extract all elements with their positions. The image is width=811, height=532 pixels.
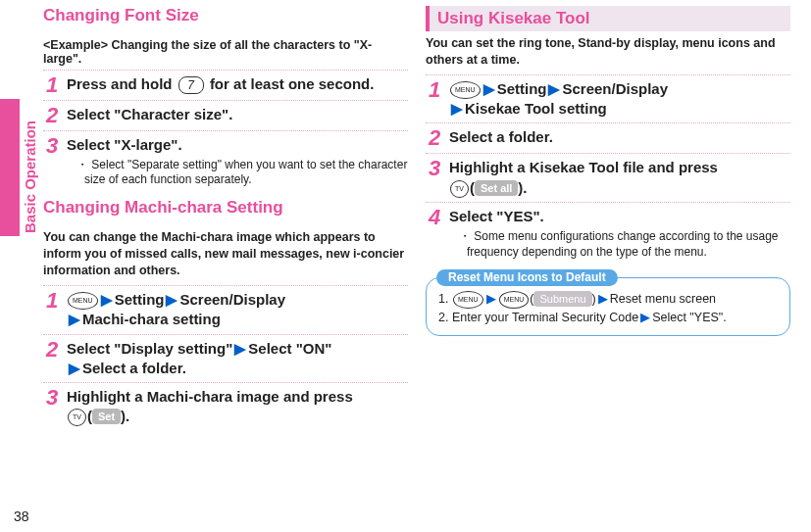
step-number: 3: [43, 135, 61, 188]
step-number: 2: [43, 339, 61, 379]
arrow-icon: ▶: [640, 309, 650, 327]
step-text: Select "Character size".: [67, 105, 408, 126]
step-text: Highlight a Kisekae Tool file and press: [449, 159, 718, 175]
step-2: 2 Select "Display setting"▶Select "ON" ▶…: [43, 339, 408, 379]
section-intro: You can set the ring tone, Stand-by disp…: [426, 35, 790, 69]
callout-title: Reset Menu Icons to Default: [436, 269, 618, 286]
menu-key-icon: MENU: [450, 81, 481, 99]
callout-text: Reset menu screen: [610, 292, 716, 306]
text-a: Select "Display setting": [67, 340, 232, 357]
softkey-pill: Set all: [475, 180, 518, 196]
arrow-icon: ▶: [166, 290, 177, 310]
step-2: 2 Select a folder.: [426, 127, 790, 149]
menu-key-icon: MENU: [499, 291, 530, 309]
step-number: 1: [426, 79, 443, 120]
menu-key-icon: MENU: [453, 291, 483, 309]
arrow-icon: ▶: [548, 79, 560, 99]
step-1: 1 MENU▶Setting▶Screen/Display ▶Machi-cha…: [43, 290, 408, 330]
dotted-separator: [426, 74, 790, 75]
step-text: Select a folder.: [449, 127, 790, 149]
arrow-icon: ▶: [101, 290, 113, 310]
dotted-separator: [426, 122, 790, 123]
step-text: Highlight a Machi-chara image and press: [67, 388, 353, 405]
left-column: Changing Font Size <Example> Changing th…: [43, 6, 408, 429]
step-text: for at least one second.: [210, 75, 375, 92]
nav-screen: Screen/Display: [179, 291, 285, 308]
step-4: 4 Select "YES". ・ Some menu configuratio…: [426, 207, 790, 260]
step-note: ・ Select "Separate setting" when you wan…: [76, 158, 408, 188]
dotted-separator: [43, 70, 408, 71]
callout-text: Select "YES".: [652, 311, 727, 324]
step-text: Press and hold: [67, 75, 177, 92]
callout-line-2: Enter your Terminal Security Code▶Select…: [452, 309, 778, 327]
step-number: 1: [43, 290, 61, 330]
step-number: 2: [43, 105, 61, 126]
step-3: 3 Select "X-large". ・ Select "Separate s…: [43, 135, 408, 188]
arrow-icon: ▶: [598, 290, 608, 309]
step-number: 2: [426, 127, 443, 149]
dotted-separator: [43, 334, 408, 335]
arrow-icon: ▶: [486, 290, 496, 309]
step-note: ・ Some menu configurations change accord…: [459, 229, 790, 260]
section-title: Changing Machi-chara Setting: [43, 198, 408, 218]
arrow-icon: ▶: [234, 339, 246, 359]
callout-text: Enter your Terminal Security Code: [452, 311, 638, 324]
dotted-separator: [43, 285, 408, 286]
arrow-icon: ▶: [451, 99, 463, 119]
text-c: Select a folder.: [82, 360, 186, 376]
text-b: Select "ON": [248, 340, 331, 357]
section-title: Changing Font Size: [43, 6, 408, 25]
sidebar: Basic Operation: [0, 6, 43, 429]
section-title: Using Kisekae Tool: [426, 6, 790, 31]
step-text: Select "YES".: [449, 208, 544, 224]
step-number: 4: [426, 207, 443, 260]
dotted-separator: [43, 382, 408, 383]
nav-screen: Screen/Display: [562, 80, 668, 97]
right-column: Using Kisekae Tool You can set the ring …: [426, 6, 790, 429]
page-number: 38: [14, 508, 29, 524]
softkey-pill: Submenu: [533, 291, 591, 307]
example-line: <Example> Changing the size of all the c…: [43, 38, 408, 66]
paren-close: ): [592, 292, 596, 306]
key-7: 7: [178, 76, 204, 94]
arrow-icon: ▶: [69, 310, 80, 329]
step-text: Select "X-large".: [67, 136, 182, 153]
dotted-separator: [43, 100, 408, 101]
chapter-tab: [0, 99, 20, 236]
step-3: 3 Highlight a Kisekae Tool file and pres…: [426, 158, 790, 198]
dotted-separator: [43, 130, 408, 131]
step-3: 3 Highlight a Machi-chara image and pres…: [43, 387, 408, 427]
paren-close: ).: [121, 408, 129, 424]
nav-setting: Setting: [115, 291, 165, 308]
menu-key-icon: MENU: [68, 292, 98, 310]
arrow-icon: ▶: [69, 359, 80, 378]
section-intro: You can change the Machi-chara image whi…: [43, 229, 408, 279]
dotted-separator: [426, 202, 790, 203]
camera-key-icon: TV: [450, 180, 469, 198]
step-number: 3: [43, 387, 61, 427]
camera-key-icon: TV: [68, 409, 86, 426]
step-number: 1: [43, 74, 61, 96]
softkey-pill: Set: [92, 409, 121, 424]
step-1: 1 MENU▶Setting▶Screen/Display ▶Kisekae T…: [426, 79, 790, 120]
paren-close: ).: [518, 179, 527, 196]
callout-line-1: MENU▶MENU(Submenu)▶Reset menu screen: [452, 290, 778, 309]
nav-setting: Setting: [497, 80, 547, 97]
step-number: 3: [426, 158, 443, 198]
chapter-label: Basic Operation: [22, 121, 38, 233]
step-2: 2 Select "Character size".: [43, 105, 408, 126]
nav-machichara: Machi-chara setting: [82, 311, 221, 327]
dotted-separator: [426, 153, 790, 154]
nav-kisekae: Kisekae Tool setting: [465, 100, 607, 117]
callout-box: Reset Menu Icons to Default MENU▶MENU(Su…: [426, 277, 790, 336]
arrow-icon: ▶: [483, 79, 495, 99]
step-1: 1 Press and hold 7 for at least one seco…: [43, 74, 408, 96]
